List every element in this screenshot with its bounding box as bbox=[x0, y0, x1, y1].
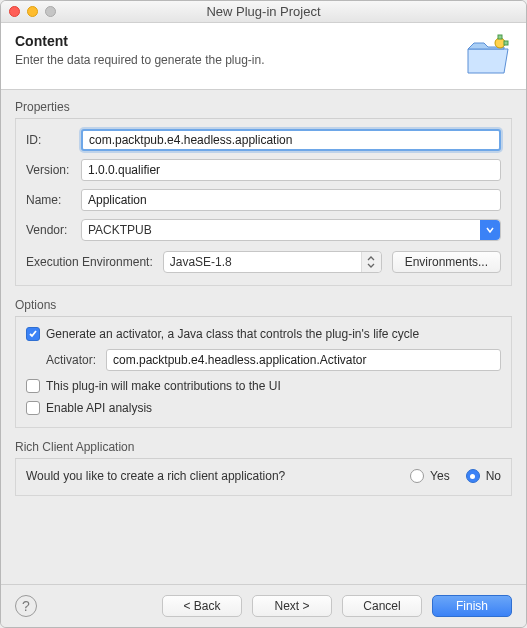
finish-button[interactable]: Finish bbox=[432, 595, 512, 617]
properties-section-label: Properties bbox=[15, 100, 512, 114]
vendor-label: Vendor: bbox=[26, 223, 81, 237]
window-title: New Plug-in Project bbox=[1, 4, 526, 19]
activator-field[interactable] bbox=[106, 349, 501, 371]
generate-activator-label: Generate an activator, a Java class that… bbox=[46, 327, 419, 341]
id-field[interactable] bbox=[81, 129, 501, 151]
exec-env-label: Execution Environment: bbox=[26, 255, 153, 269]
environments-button[interactable]: Environments... bbox=[392, 251, 501, 273]
wizard-body: Properties ID: Version: Name: Vendor: PA… bbox=[1, 90, 526, 584]
activator-label: Activator: bbox=[46, 353, 106, 367]
id-label: ID: bbox=[26, 133, 81, 147]
vendor-value: PACKTPUB bbox=[88, 223, 152, 237]
titlebar: New Plug-in Project bbox=[1, 1, 526, 23]
wizard-header: Content Enter the data required to gener… bbox=[1, 23, 526, 90]
rcp-yes-label: Yes bbox=[430, 469, 450, 483]
up-down-arrows-icon bbox=[361, 252, 381, 272]
next-button[interactable]: Next > bbox=[252, 595, 332, 617]
page-title: Content bbox=[15, 33, 265, 49]
back-button[interactable]: < Back bbox=[162, 595, 242, 617]
api-analysis-label: Enable API analysis bbox=[46, 401, 152, 415]
api-analysis-checkbox[interactable] bbox=[26, 401, 40, 415]
ui-contrib-checkbox[interactable] bbox=[26, 379, 40, 393]
name-field[interactable] bbox=[81, 189, 501, 211]
rcp-no-radio[interactable] bbox=[466, 469, 480, 483]
rcp-no-label: No bbox=[486, 469, 501, 483]
rcp-yes-radio[interactable] bbox=[410, 469, 424, 483]
options-section-label: Options bbox=[15, 298, 512, 312]
cancel-button[interactable]: Cancel bbox=[342, 595, 422, 617]
properties-group: ID: Version: Name: Vendor: PACKTPUB Exec… bbox=[15, 119, 512, 286]
version-label: Version: bbox=[26, 163, 81, 177]
version-field[interactable] bbox=[81, 159, 501, 181]
options-group: Generate an activator, a Java class that… bbox=[15, 317, 512, 428]
svg-rect-2 bbox=[504, 41, 508, 45]
help-icon[interactable]: ? bbox=[15, 595, 37, 617]
svg-rect-1 bbox=[498, 35, 502, 39]
exec-env-value: JavaSE-1.8 bbox=[170, 255, 232, 269]
generate-activator-checkbox[interactable] bbox=[26, 327, 40, 341]
name-label: Name: bbox=[26, 193, 81, 207]
rcp-group: Would you like to create a rich client a… bbox=[15, 459, 512, 496]
rcp-section-label: Rich Client Application bbox=[15, 440, 512, 454]
vendor-combo[interactable]: PACKTPUB bbox=[81, 219, 501, 241]
rcp-question: Would you like to create a rich client a… bbox=[26, 469, 285, 483]
exec-env-combo[interactable]: JavaSE-1.8 bbox=[163, 251, 382, 273]
wizard-footer: ? < Back Next > Cancel Finish bbox=[1, 584, 526, 627]
folder-plugin-icon bbox=[464, 33, 512, 77]
page-subtitle: Enter the data required to generate the … bbox=[15, 53, 265, 67]
ui-contrib-label: This plug-in will make contributions to … bbox=[46, 379, 281, 393]
chevron-down-icon bbox=[480, 220, 500, 240]
